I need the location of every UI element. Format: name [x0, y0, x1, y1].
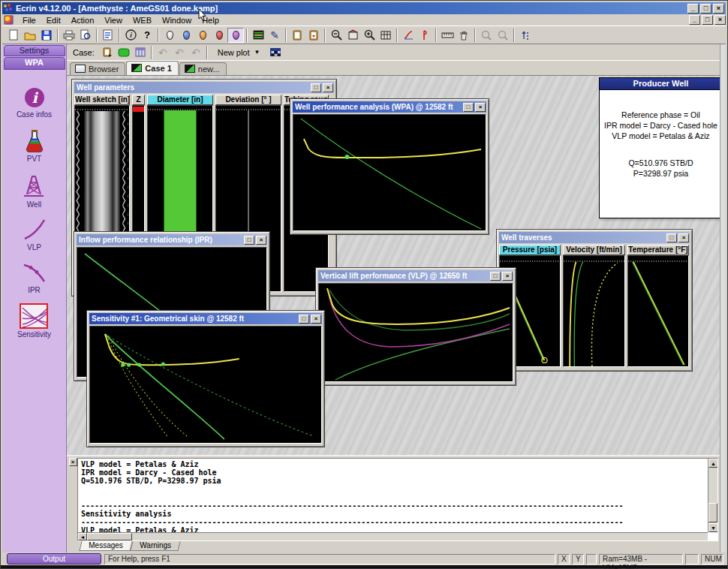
print-button[interactable]: [61, 28, 77, 43]
menu-view[interactable]: View: [99, 15, 128, 26]
column-header-velocity[interactable]: Velocity [ft/min]: [563, 245, 625, 255]
tab-new[interactable]: new...: [179, 62, 227, 75]
minimize-button[interactable]: _: [687, 4, 699, 14]
curve-flag-icon[interactable]: [417, 28, 433, 43]
tab-messages[interactable]: Messages: [79, 541, 132, 551]
column-header-z[interactable]: Z: [132, 95, 145, 105]
column-header-pressure[interactable]: Pressure [psia]: [499, 245, 561, 255]
tab-case-1[interactable]: Case 1: [126, 61, 178, 75]
output-horizontal-scrollbar[interactable]: ◄: [78, 532, 708, 540]
child-close-button[interactable]: ×: [714, 15, 726, 25]
module-drop-red-icon[interactable]: [211, 28, 227, 43]
child-restore-button[interactable]: □: [702, 15, 713, 25]
plot-grid-button[interactable]: [267, 46, 284, 59]
column-header-temperature[interactable]: Temperature [°F]: [627, 245, 689, 255]
wpa-titlebar[interactable]: Well performance analysis (WPA) @ 12582 …: [293, 101, 486, 113]
hscroll-thumb[interactable]: [87, 533, 132, 540]
sidebar-item-case-infos[interactable]: i Case infos: [17, 86, 52, 119]
close-button[interactable]: ×: [713, 4, 724, 14]
report-button[interactable]: [100, 28, 116, 43]
well-traverses-titlebar[interactable]: Well traverses □ ×: [499, 232, 690, 243]
sidebar-item-pvt[interactable]: PVT: [23, 129, 46, 163]
scroll-down-button[interactable]: ▼: [708, 523, 718, 532]
restore-button[interactable]: □: [700, 4, 711, 14]
column-header-deviation[interactable]: Deviation [° ]: [215, 95, 281, 105]
sidebar-tab-settings[interactable]: Settings: [4, 45, 65, 56]
maximize-button[interactable]: □: [311, 83, 321, 92]
edit-pen-icon[interactable]: ✎: [266, 28, 283, 43]
well-parameters-titlebar[interactable]: Well parameters □ ×: [74, 82, 334, 93]
title-bar[interactable]: Ecrin v4.12.00 - [Amethyste : AmeGS01 do…: [2, 2, 726, 14]
menu-edit[interactable]: Edit: [41, 15, 66, 26]
measure-icon[interactable]: [439, 28, 456, 43]
zoom-in-icon[interactable]: [361, 28, 378, 43]
module-drop-gray-icon[interactable]: [161, 28, 178, 43]
case-active-button[interactable]: [116, 46, 132, 59]
close-button[interactable]: ×: [678, 233, 689, 242]
revert-case-button[interactable]: ↶: [188, 46, 204, 59]
column-header-well-sketch[interactable]: Well sketch [in]: [74, 95, 130, 105]
menu-window[interactable]: Window: [157, 15, 197, 26]
scroll-up-button[interactable]: ▲: [708, 459, 718, 468]
tab-warnings[interactable]: Warnings: [130, 541, 180, 551]
about-button[interactable]: i: [122, 28, 139, 43]
copy-case-button[interactable]: [99, 46, 116, 59]
sidebar-item-ipr[interactable]: IPR: [22, 260, 47, 294]
zoom-prev-icon[interactable]: [478, 28, 495, 43]
close-button[interactable]: ×: [502, 272, 513, 281]
module-drop-blue-icon[interactable]: [178, 28, 194, 43]
scroll-left-button[interactable]: ◄: [78, 533, 87, 540]
sensitivity-titlebar[interactable]: Sensitivity #1: Geometrical skin @ 12582…: [89, 313, 322, 324]
print-preview-button[interactable]: [77, 28, 94, 43]
sidebar-item-well[interactable]: Well: [22, 173, 47, 209]
output-close-button[interactable]: ×: [69, 458, 77, 466]
output-button[interactable]: Output: [7, 553, 101, 564]
help-button[interactable]: ?: [139, 28, 155, 43]
zoom-next-icon[interactable]: [495, 28, 511, 43]
new-plot-button[interactable]: New plot: [218, 48, 250, 57]
vlp-titlebar[interactable]: Vertical lift performance (VLP) @ 12650 …: [318, 270, 513, 281]
maximize-button[interactable]: □: [299, 315, 309, 324]
plot-options-icon[interactable]: [378, 28, 394, 43]
curve-scale-icon[interactable]: [400, 28, 417, 43]
zoom-out-icon[interactable]: [328, 28, 344, 43]
case-window-button[interactable]: [132, 46, 149, 59]
sensitivity-icon: [20, 303, 48, 329]
save-button[interactable]: [38, 28, 55, 43]
improve-case-button[interactable]: ↶: [155, 46, 171, 59]
child-minimize-button[interactable]: _: [689, 15, 700, 25]
status-memory: Ram=43MB - VM=15MB: [599, 554, 683, 564]
close-button[interactable]: ×: [323, 83, 333, 92]
maximize-button[interactable]: □: [244, 236, 254, 245]
menu-file[interactable]: File: [17, 15, 41, 26]
pan-hand-icon[interactable]: [456, 28, 472, 43]
module-drop-purple-icon[interactable]: [227, 28, 244, 43]
sidebar-item-sensitivity[interactable]: Sensitivity: [17, 303, 51, 339]
close-button[interactable]: ×: [256, 236, 266, 245]
module-drop-orange-icon[interactable]: [194, 28, 211, 43]
ipr-titlebar[interactable]: Inflow performance relationship (IPR) □ …: [77, 234, 267, 245]
zoom-reset-icon[interactable]: [344, 28, 361, 43]
copy-plot-icon[interactable]: [289, 28, 305, 43]
sidebar-item-vlp[interactable]: VLP: [22, 218, 47, 251]
menu-web[interactable]: WEB: [128, 15, 157, 26]
scroll-thumb[interactable]: [708, 503, 717, 522]
open-file-button[interactable]: [22, 28, 38, 43]
new-plot-dropdown-icon[interactable]: ▼: [254, 49, 260, 56]
maximize-button[interactable]: □: [463, 103, 474, 112]
maximize-button[interactable]: □: [490, 272, 501, 281]
improve-all-button[interactable]: ↶: [171, 46, 188, 59]
plot-table-icon[interactable]: [250, 28, 266, 43]
maximize-button[interactable]: □: [666, 233, 677, 242]
close-button[interactable]: ×: [475, 103, 486, 112]
close-button[interactable]: ×: [311, 315, 321, 324]
new-file-button[interactable]: [5, 28, 22, 43]
output-vertical-scrollbar[interactable]: ▲ ▼: [708, 459, 717, 532]
tile-plots-icon[interactable]: [517, 28, 534, 43]
paste-plot-icon[interactable]: [305, 28, 322, 43]
column-header-diameter[interactable]: Diameter [in]: [147, 95, 213, 105]
menu-action[interactable]: Action: [66, 15, 100, 26]
sidebar-tab-wpa[interactable]: WPA: [4, 57, 65, 70]
tab-browser[interactable]: Browser: [70, 62, 125, 75]
output-log[interactable]: VLP model = Petalas & Aziz IPR model = D…: [77, 458, 718, 541]
